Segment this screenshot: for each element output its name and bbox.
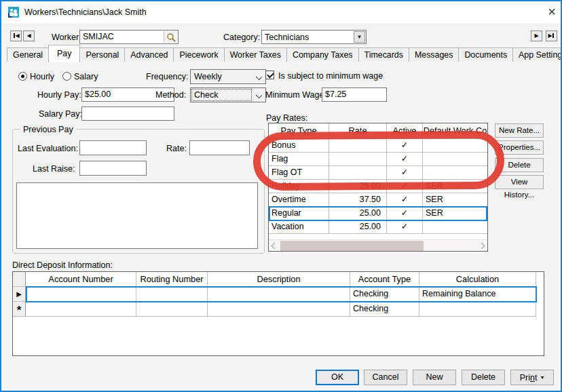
table-row-cell-selected[interactable]: SER xyxy=(423,207,487,220)
column-header-routing-number[interactable]: Routing Number xyxy=(136,272,208,287)
previous-pay-notes[interactable] xyxy=(16,182,258,249)
table-row-cell[interactable]: Bonus xyxy=(269,139,329,153)
table-row-cell[interactable]: Vacation xyxy=(269,220,329,234)
column-header-rate[interactable]: Rate xyxy=(329,123,387,139)
table-row-cell-selected[interactable]: 25.00 xyxy=(329,207,387,220)
column-header-active[interactable]: Active xyxy=(387,123,423,139)
tab-timecards[interactable]: Timecards xyxy=(358,47,409,62)
chevron-down-icon xyxy=(256,74,262,80)
active-check-icon[interactable]: ✓ xyxy=(387,207,423,220)
next-record-button[interactable]: ▶ xyxy=(531,31,542,41)
tab-pay[interactable]: Pay xyxy=(48,45,80,62)
tab-general[interactable]: General xyxy=(7,47,49,62)
account-number-cell[interactable] xyxy=(26,287,136,302)
column-header-calculation[interactable]: Calculation xyxy=(419,272,536,287)
tab-worker-taxes[interactable]: Worker Taxes xyxy=(224,47,287,62)
category-select[interactable]: Technicians ▼ xyxy=(261,30,367,44)
table-row-cell[interactable]: SER xyxy=(423,180,487,193)
routing-number-cell[interactable] xyxy=(136,302,208,317)
table-row-cell[interactable]: Holiday xyxy=(269,180,329,193)
tab-personal[interactable]: Personal xyxy=(79,47,125,62)
column-header-default-work-co[interactable]: Default Work Co xyxy=(423,123,487,139)
routing-number-cell[interactable] xyxy=(136,287,208,302)
frequency-select[interactable]: Weekly xyxy=(190,69,266,84)
last-evaluation-input[interactable] xyxy=(79,140,147,155)
new-rate-button[interactable]: New Rate... xyxy=(495,123,544,138)
last-record-button[interactable]: ▶ xyxy=(546,31,557,41)
method-select[interactable]: Check xyxy=(190,87,266,102)
column-header-account-number[interactable]: Account Number xyxy=(26,272,136,287)
table-row-cell[interactable] xyxy=(423,153,487,166)
worker-input[interactable]: SMIJAC xyxy=(79,30,179,44)
column-header-description[interactable]: Description xyxy=(208,272,350,287)
table-row-cell[interactable] xyxy=(423,220,487,234)
ok-button[interactable]: OK xyxy=(316,370,359,385)
table-row-cell[interactable]: 25.00 xyxy=(329,180,387,193)
column-header-account-type[interactable]: Account Type xyxy=(350,272,419,287)
account-number-cell[interactable] xyxy=(26,302,136,317)
table-row-cell[interactable] xyxy=(329,153,387,166)
active-check-icon[interactable]: ✓ xyxy=(387,180,423,193)
delete-button[interactable]: Delete xyxy=(462,370,505,385)
table-row-cell[interactable]: Flag xyxy=(269,153,329,166)
hourly-pay-label: Hourly Pay: xyxy=(37,90,81,100)
tab-company-taxes[interactable]: Company Taxes xyxy=(286,47,359,62)
tab-documents[interactable]: Documents xyxy=(458,47,513,62)
account-type-cell[interactable]: Checking xyxy=(350,302,419,317)
print-button-mnemonic: n xyxy=(530,373,535,383)
rate-label: Rate: xyxy=(166,144,187,153)
tab-messages[interactable]: Messages xyxy=(409,47,459,62)
scroll-right-icon[interactable] xyxy=(479,243,485,250)
worker-dialog: Workers\Technicians\Jack Smith × ◀ ◀ Wor… xyxy=(0,0,562,392)
current-row-selector[interactable]: ▶ xyxy=(13,287,26,302)
new-button[interactable]: New xyxy=(413,370,456,385)
worker-lookup-button[interactable] xyxy=(164,31,177,43)
minimum-wage-checkbox[interactable] xyxy=(265,71,274,79)
scrollbar-thumb[interactable] xyxy=(280,241,424,251)
table-row-cell[interactable]: Overtime xyxy=(269,193,329,207)
first-record-button[interactable]: ◀ xyxy=(10,31,22,41)
close-icon[interactable]: × xyxy=(544,5,559,20)
active-check-icon[interactable]: ✓ xyxy=(387,139,423,153)
print-dropdown-icon: ▼ xyxy=(540,370,544,385)
table-row-cell[interactable] xyxy=(423,139,487,153)
active-check-icon[interactable]: ✓ xyxy=(387,193,423,207)
minimum-wage-input[interactable]: $7.25 xyxy=(322,87,387,102)
scroll-left-icon[interactable] xyxy=(271,243,278,250)
column-header-pay-type[interactable]: Pay Type xyxy=(269,123,329,139)
salary-radio[interactable] xyxy=(62,72,71,81)
table-row-cell[interactable]: 25.00 xyxy=(329,220,387,234)
last-raise-input[interactable] xyxy=(79,161,147,176)
calculation-cell[interactable]: Remaining Balance xyxy=(419,287,536,302)
view-history-button[interactable]: View History... xyxy=(495,175,544,189)
description-cell[interactable] xyxy=(208,287,350,302)
salary-pay-input[interactable] xyxy=(81,106,174,121)
calculation-cell[interactable] xyxy=(419,302,536,317)
tab-app-settings[interactable]: App Settings xyxy=(512,47,562,62)
active-check-icon[interactable]: ✓ xyxy=(387,166,423,180)
print-button[interactable]: Print▼ xyxy=(510,370,554,385)
delete-rate-button[interactable]: Delete xyxy=(495,158,544,172)
table-row-cell[interactable] xyxy=(329,166,387,180)
previous-record-button[interactable]: ◀ xyxy=(23,31,35,41)
tab-advanced[interactable]: Advanced xyxy=(124,47,174,62)
table-row-cell[interactable]: Flag OT xyxy=(269,166,329,180)
cancel-button[interactable]: Cancel xyxy=(364,370,407,385)
hourly-radio[interactable] xyxy=(18,72,27,81)
rate-input[interactable] xyxy=(189,140,250,155)
active-check-icon[interactable]: ✓ xyxy=(387,153,423,166)
properties-button[interactable]: Properties... xyxy=(495,140,544,155)
new-row-selector[interactable]: * xyxy=(13,302,26,317)
chevron-down-icon[interactable]: ▼ xyxy=(354,31,365,43)
table-row-cell-selected[interactable]: Regular xyxy=(269,207,329,220)
pay-rates-hscrollbar[interactable] xyxy=(269,239,487,251)
table-row-cell[interactable] xyxy=(329,139,387,153)
table-row-cell[interactable] xyxy=(423,166,487,180)
table-row-cell[interactable]: SER xyxy=(423,193,487,207)
table-row-cell[interactable]: 37.50 xyxy=(329,193,387,207)
active-check-icon[interactable]: ✓ xyxy=(387,220,423,234)
description-cell[interactable] xyxy=(208,302,350,317)
account-type-cell[interactable]: Checking xyxy=(350,287,419,302)
title-bar: Workers\Technicians\Jack Smith × xyxy=(1,1,561,23)
tab-piecework[interactable]: Piecework xyxy=(173,47,224,62)
